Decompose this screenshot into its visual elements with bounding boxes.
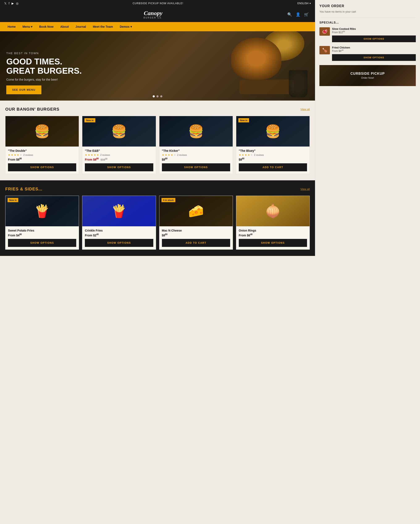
stock-badge-mac: 4 in stock (161, 198, 175, 202)
curbside-subtitle: Order Now! (350, 76, 385, 79)
product-name-crinkle: Crinkle Fries (85, 229, 153, 232)
product-image-kicker: 🍔 (159, 116, 233, 147)
product-name-sweet-potato: Sweet Potato Fries (8, 229, 76, 232)
hero-dot-1[interactable] (153, 95, 155, 97)
product-info-double: "The Double" ★★★★★ 2 reviews From $880 S… (5, 147, 79, 174)
nav-demos[interactable]: Demos ▾ (116, 22, 135, 31)
sides-section: FRIES & SIDES... View all New in 🍟 Sweet… (0, 180, 315, 256)
user-icon[interactable]: 👤 (296, 12, 300, 17)
show-options-button-onion[interactable]: SHOW OPTIONS (239, 239, 307, 247)
nav-book-now[interactable]: Book Now (36, 22, 57, 31)
chevron-down-icon: ▾ (31, 25, 32, 28)
youtube-icon[interactable]: ▶ (12, 2, 14, 5)
sides-view-all[interactable]: View all (300, 187, 310, 191)
nav-journal[interactable]: Journal (72, 22, 89, 31)
product-price-kicker: $880 (162, 157, 230, 161)
hero-content: THE BEST IN TOWN GOOD TIMES. GREAT BURGE… (6, 52, 82, 94)
product-stars-enb: ★★★★★ 2 reviews (85, 153, 153, 157)
show-options-button-kicker[interactable]: SHOW OPTIONS (162, 163, 230, 171)
product-stars-bluey: ★★★★★ 2 reviews (239, 153, 307, 157)
special-image-chicken: 🍗 (319, 46, 330, 54)
main-content: 𝕏 f ▶ ◎ CURBSIDE PICKUP NOW AVAILABLE! E… (0, 0, 315, 256)
nav-menu[interactable]: Menu ▾ (19, 22, 36, 31)
cart-icon[interactable]: 🛒 (304, 12, 309, 17)
order-title: YOUR ORDER (319, 4, 416, 8)
product-price-bluey: $880 (239, 157, 307, 161)
special-info-ribs: Slow Cooked Ribs From $1200 SHOW OPTIONS (332, 27, 416, 42)
show-options-button-double[interactable]: SHOW OPTIONS (8, 163, 76, 171)
product-info-enb: "The E&B" ★★★★★ 2 reviews From $880 $160… (82, 147, 156, 174)
nav-meet-the-team[interactable]: Meet the Team (89, 22, 116, 31)
product-price-double: From $880 (8, 157, 76, 161)
sides-section-title: FRIES & SIDES... (5, 187, 43, 192)
search-icon[interactable]: 🔍 (287, 12, 292, 17)
product-price-sweet-potato: From $480 (8, 233, 76, 237)
product-name-enb: "The E&B" (85, 149, 153, 152)
product-stars-double: ★★★★★ 2 reviews (8, 153, 76, 157)
product-image-mac: 4 in stock 🧀 (159, 196, 233, 226)
burgers-section: OUR BANGIN' BURGERS View all 🍔 "The Doub… (0, 101, 315, 180)
nav-about[interactable]: About (57, 22, 72, 31)
show-options-button-sweet-potato[interactable]: SHOW OPTIONS (8, 239, 76, 247)
hero-description: Come for the burgers, stay for the beer! (6, 78, 82, 81)
product-card-crinkle: 🍟 Crinkle Fries From $240 SHOW OPTIONS (82, 196, 156, 250)
show-options-ribs-button[interactable]: SHOW OPTIONS (332, 35, 416, 42)
product-card-onion: 🧅 Onion Rings From $640 SHOW OPTIONS (236, 196, 310, 250)
product-stars-kicker: ★★★★★ 2 reviews (162, 153, 230, 157)
main-nav: Home Menu ▾ Book Now About Journal Meet … (0, 22, 315, 31)
twitter-icon[interactable]: 𝕏 (4, 2, 7, 5)
product-image-double: 🍔 (5, 116, 79, 147)
product-price-onion: From $640 (239, 233, 307, 237)
product-info-onion: Onion Rings From $640 SHOW OPTIONS (236, 226, 310, 250)
show-options-chicken-button[interactable]: SHOW OPTIONS (332, 54, 416, 61)
product-name-mac: Mac N Cheese (162, 229, 230, 232)
chevron-down-icon: ▾ (310, 2, 311, 5)
special-name-chicken: Fried Chicken (332, 46, 416, 49)
product-name-double: "The Double" (8, 149, 76, 152)
header-icons: 🔍 👤 🛒 (287, 12, 309, 17)
nav-home[interactable]: Home (4, 22, 19, 31)
special-item-ribs: 🥩 Slow Cooked Ribs From $1200 SHOW OPTIO… (319, 27, 416, 42)
product-card-enb: New in 🍔 "The E&B" ★★★★★ 2 reviews From … (82, 116, 156, 174)
site-logo[interactable]: Canopy BURGER Co. (143, 10, 163, 19)
product-image-crinkle: 🍟 (82, 196, 156, 226)
product-name-kicker: "The Kicker" (162, 149, 230, 152)
product-info-sweet-potato: Sweet Potato Fries From $480 SHOW OPTION… (5, 226, 79, 250)
instagram-icon[interactable]: ◎ (16, 2, 18, 5)
product-info-kicker: "The Kicker" ★★★★★ 2 reviews $880 SHOW O… (159, 147, 233, 174)
burgers-section-title: OUR BANGIN' BURGERS (5, 107, 60, 112)
curbside-banner[interactable]: CURBSIDE PICKUP Order Now! (319, 65, 416, 86)
language-selector[interactable]: ENGLISH ▾ (297, 2, 311, 5)
facebook-icon[interactable]: f (9, 2, 9, 5)
curbside-title: CURBSIDE PICKUP (350, 72, 385, 76)
special-price-chicken: From $640 (332, 49, 416, 52)
product-info-bluey: "The Bluey" ★★★★★ 2 reviews $880 ADD TO … (236, 147, 310, 174)
sides-section-header: FRIES & SIDES... View all (5, 187, 310, 192)
hero-dot-3[interactable] (160, 95, 162, 97)
order-empty-text: You have no items in your cart (319, 10, 416, 13)
special-item-chicken: 🍗 Fried Chicken From $640 SHOW OPTIONS (319, 46, 416, 61)
site-header: Canopy BURGER Co. 🔍 👤 🛒 (0, 7, 315, 22)
burgers-section-header: OUR BANGIN' BURGERS View all (5, 107, 310, 112)
add-to-cart-button-mac[interactable]: ADD TO CART (162, 239, 230, 247)
see-menu-button[interactable]: SEE OUR MENU (6, 86, 41, 94)
social-links: 𝕏 f ▶ ◎ (4, 2, 18, 5)
hero-dots (153, 95, 162, 97)
show-options-button-enb[interactable]: SHOW OPTIONS (85, 163, 153, 171)
product-card-double: 🍔 "The Double" ★★★★★ 2 reviews From $880… (5, 116, 79, 174)
hero-subtitle: THE BEST IN TOWN (6, 52, 82, 55)
product-price-crinkle: From $240 (85, 233, 153, 237)
new-badge-sweet-potato: New in (8, 198, 18, 202)
add-to-cart-button-bluey[interactable]: ADD TO CART (239, 163, 307, 171)
burgers-view-all[interactable]: View all (300, 108, 310, 111)
special-name-ribs: Slow Cooked Ribs (332, 27, 416, 30)
product-image-bluey: New in 🍔 (236, 116, 310, 147)
divider (319, 17, 416, 18)
product-card-mac: 4 in stock 🧀 Mac N Cheese $880 ADD TO CA… (159, 196, 233, 250)
hero-dot-2[interactable] (157, 95, 158, 97)
show-options-button-crinkle[interactable]: SHOW OPTIONS (85, 239, 153, 247)
special-image-ribs: 🥩 (319, 27, 330, 36)
sidebar: YOUR ORDER You have no items in your car… (315, 0, 420, 256)
product-image-enb: New in 🍔 (82, 116, 156, 147)
special-info-chicken: Fried Chicken From $640 SHOW OPTIONS (332, 46, 416, 61)
